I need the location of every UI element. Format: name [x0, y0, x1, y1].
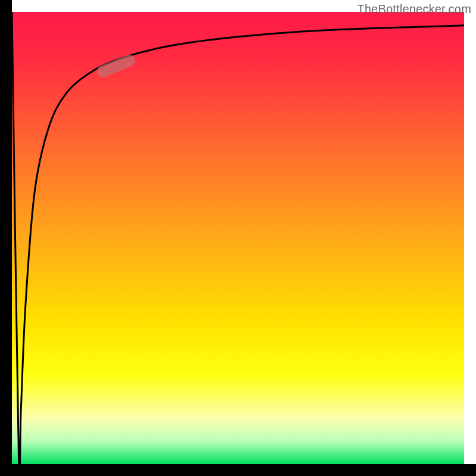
y-axis: [0, 0, 12, 476]
chart-container: TheBottlenecker.com: [0, 0, 476, 476]
x-axis: [0, 464, 476, 476]
watermark-text: TheBottlenecker.com: [357, 2, 471, 16]
plot-gradient-background: [12, 12, 464, 464]
